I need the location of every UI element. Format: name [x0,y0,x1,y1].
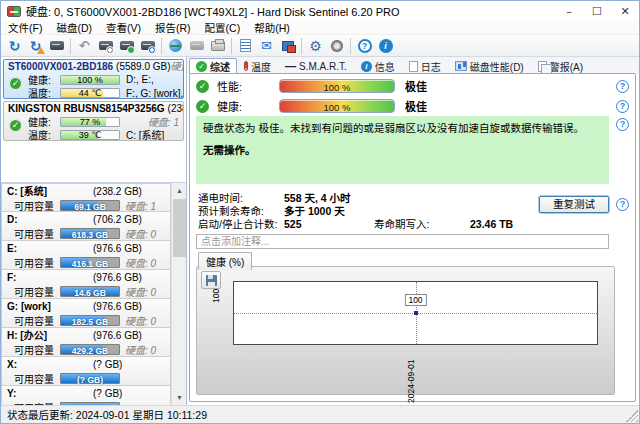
disk-check-button[interactable] [116,36,137,56]
health-label: 健康: [217,98,279,114]
partition-size: (976.6 GB) [93,271,142,284]
startstop-value: 525 [284,218,302,231]
tab-temperature[interactable]: 温度 [237,58,278,74]
tab-disk-performance[interactable]: 磁盘性能(D) [448,58,531,74]
floppy-save-icon [206,275,217,286]
help-icon[interactable]: ? [616,118,629,131]
disk-ref: 硬盘: 0 [171,61,184,73]
resize-grip[interactable] [626,410,638,422]
disk-history-button[interactable] [95,36,116,56]
maximize-button[interactable]: ☐ [583,1,611,21]
tab-overview[interactable]: ✓综述 [189,58,237,74]
partition-size: (706.2 GB) [93,213,142,226]
retest-button[interactable]: 重复测试 [539,196,609,213]
gear-icon: ⚙ [309,39,322,53]
log-doc-icon [409,61,418,72]
partition-disk-ref: 硬盘: 0 [125,342,156,357]
lifetime-value: 多于 1000 天 [284,205,345,218]
partition-item-F[interactable]: F:(976.6 GB)可用容量14.6 GB硬盘: 0 [1,270,171,299]
help-icon[interactable]: ? [616,198,629,211]
disk-search-button[interactable] [137,36,158,56]
main-panel: ✓综述 温度 —S.M.A.R.T. i信息 日志 磁盘性能(D) 警报(A) … [187,57,639,405]
surface-test-button[interactable] [46,36,67,56]
sounds-button[interactable] [326,36,347,56]
partition-item-E[interactable]: E:(976.6 GB)可用容量416.1 GB硬盘: 0 [1,241,171,270]
scroll-down-icon[interactable]: ▼ [172,390,186,405]
help-icon[interactable]: ? [616,80,629,93]
undo-button[interactable]: ↶ [74,36,95,56]
refresh-button[interactable]: ↻ [4,36,25,56]
scroll-up-icon[interactable]: ▲ [172,183,186,198]
menu-view[interactable]: 查看(V) [99,21,148,35]
temp-bar: 44 ℃ [60,88,120,98]
partition-item-D[interactable]: D:(706.2 GB)可用容量618.3 GB硬盘: 0 [1,212,171,241]
partition-name: X: [7,358,93,371]
report-button[interactable] [235,36,256,56]
network-disk-button[interactable] [165,36,186,56]
scroll-thumb[interactable] [173,199,186,257]
disk-ok-icon: ✓ [9,77,22,90]
menu-file[interactable]: 文件(F) [1,21,49,35]
partition-item-H[interactable]: H: [办公](976.6 GB)可用容量429.2 GB硬盘: 0 [1,328,171,357]
chart-x-tick: 2024-09-01 [406,351,416,403]
titlebar: 硬盘: 0, ST6000VX001-2BD186 [WCT49XL2] - H… [1,1,639,21]
disk-item-1[interactable]: KINGSTON RBUSNS8154P3256G (238.5 GB) ✓ 健… [3,101,184,141]
disk-copy-button[interactable] [186,36,207,56]
partition-disk-ref: 硬盘: 0 [125,284,156,299]
partition-item-C[interactable]: C: [系统](238.2 GB)可用容量69.1 GB硬盘: 1 [1,183,171,212]
refresh-icon: ↻ [9,39,21,53]
print-button[interactable] [207,36,228,56]
menu-config[interactable]: 配置(C) [198,21,248,35]
menu-report[interactable]: 报告(R) [148,21,198,35]
email-button[interactable]: ✉ [256,36,277,56]
health-bar: 100 % [279,99,395,113]
about-button[interactable]: i [375,36,396,56]
performance-label: 性能: [217,78,279,94]
disk-partitions: C: [系统] [126,127,183,141]
partition-size: (976.6 GB) [93,300,142,313]
tab-smart[interactable]: —S.M.A.R.T. [278,58,354,74]
disk-list: ST6000VX001-2BD186 (5589.0 GB) 硬盘: 0 ✓ 健… [1,57,186,183]
alerts-pages-icon [538,61,547,72]
save-chart-button[interactable] [201,271,221,289]
overview-check-icon: ✓ [196,61,207,72]
free-space-bar: 429.2 GB [60,344,120,355]
smart-dash-icon: — [285,61,296,71]
help-icon: ? [358,39,372,53]
free-space-label: 可用容量 [14,198,60,213]
refresh-warning-button[interactable]: ↻ [25,36,46,56]
menu-help[interactable]: 帮助(H) [247,21,297,35]
comment-input[interactable] [196,234,609,249]
partition-size: (? GB) [93,358,122,371]
minimize-button[interactable]: – [555,1,583,21]
tab-log[interactable]: 日志 [402,58,448,74]
help-button[interactable]: ? [354,36,375,56]
tabbar: ✓综述 温度 —S.M.A.R.T. i信息 日志 磁盘性能(D) 警报(A) [187,57,639,74]
disk-item-0[interactable]: ST6000VX001-2BD186 (5589.0 GB) 硬盘: 0 ✓ 健… [3,59,184,99]
disk-ok-icon: ✓ [9,119,22,132]
chart-tab-health[interactable]: 健康 (%) [198,252,252,270]
close-button[interactable]: ✕ [611,1,639,21]
partition-item-G[interactable]: G: [work](976.6 GB)可用容量182.5 GB硬盘: 0 [1,299,171,328]
free-space-bar: 416.1 GB [60,257,120,268]
network-globe-icon [169,39,182,52]
chart-data-point [414,311,418,315]
settings-button[interactable]: ⚙ [305,36,326,56]
partition-scrollbar[interactable]: ▲ ▼ [171,183,186,405]
help-icon[interactable]: ? [616,100,629,113]
free-space-bar: 618.3 GB [60,228,120,239]
partition-item-X[interactable]: X:(? GB)可用容量(? GB) [1,357,171,386]
tab-information[interactable]: i信息 [354,58,402,74]
free-space-label: 可用容量 [14,313,60,328]
thermometer-icon [244,61,248,71]
toolbar-separator [70,38,71,54]
partition-item-Y[interactable]: Y:(? GB)可用容量(? GB) [1,386,171,405]
remote-monitor-button[interactable] [277,36,298,56]
disk-size: (5589.0 GB) [116,61,170,73]
tab-alerts[interactable]: 警报(A) [531,58,590,74]
free-space-label: 可用容量 [14,342,60,357]
partition-size: (238.2 GB) [93,185,142,198]
speaker-icon [331,40,343,52]
menu-disk[interactable]: 磁盘(D) [49,21,99,35]
partition-name: F: [7,271,93,284]
